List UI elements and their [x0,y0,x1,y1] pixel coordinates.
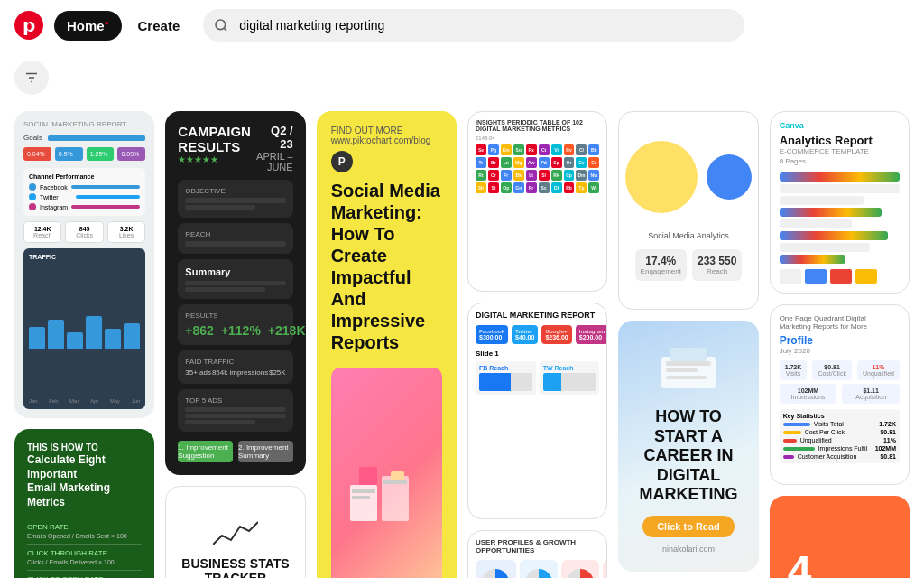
profile-date: July 2020 [780,347,900,355]
campaign-traffic: PAID TRAFFIC 35+ ads854k impressions$25K [178,350,292,384]
email-card-title: THIS IS HOW TOCalculate Eight ImportantE… [27,442,142,509]
gp-profile: Google+ [561,560,599,578]
svg-rect-16 [666,368,698,372]
metric-ctor: CLICK TO OPEN RATE Clicks / Emails Opene… [27,571,142,578]
pin-social-blob[interactable]: Social Media Analytics 17.4% Engagement … [618,111,758,310]
blob-blue [707,154,752,200]
nav-home[interactable]: Home● [54,11,122,41]
social-blob-label: Social Media Analytics [648,231,729,240]
pin-analytics-report[interactable]: Canva Analytics Report E-COMMERCE TEMPLA… [770,111,910,294]
user-profiles-title: USER PROFILES & GROWTH OPPORTUNITIES [476,538,599,555]
masonry-grid: SOCIAL MARKETING REPORT Goals 0.04% 0.5%… [0,104,924,578]
canva-logo: Canva [780,121,900,130]
pin-social-media-report[interactable]: SOCIAL MARKETING REPORT Goals 0.04% 0.5%… [14,111,154,418]
nav-create[interactable]: Create [125,11,193,41]
filter-bar [0,51,924,104]
svg-rect-15 [666,361,711,366]
search-bar [203,9,744,42]
pin-user-profiles[interactable]: USER PROFILES & GROWTH OPPORTUNITIES Fac… [467,530,607,578]
dm-instagram: Instagram$200.00 [576,325,608,344]
profile-name: Profile [780,334,900,347]
main-content: SOCIAL MARKETING REPORT Goals 0.04% 0.5%… [0,104,924,578]
campaign-reach: REACH [178,223,292,254]
metric-open-rate: OPEN RATE Emails Opened / Emails Sent × … [27,518,142,545]
campaign-results: RESULTS +862 +112% +218K [178,304,292,345]
search-icon [214,18,228,33]
svg-rect-10 [352,496,370,499]
home-dot: ● [105,19,109,27]
blob-yellow [625,141,698,213]
pin-email-metrics[interactable]: THIS IS HOW TOCalculate Eight ImportantE… [14,429,154,578]
profile-card-header: One Page Quadrant Digital Marketing Repo… [780,314,900,331]
campaign-objective: OBJECTIVE [178,180,292,218]
profile-stats-row: 1.72K Visits $0.81 Cost/Click 11% Unqual… [780,360,900,380]
search-input[interactable] [203,9,744,42]
campaign-bottom: 1. Improvement Suggestion 2. Improvement… [178,441,292,462]
pi-profile: Pinterest [603,560,608,578]
svg-point-0 [216,20,226,30]
pin-periodic-table[interactable]: INSIGHTS PERIODIC TABLE OF 102 DIGITAL M… [467,111,607,292]
dm-report-title: DIGITAL MARKETING REPORT [476,311,599,320]
nav-links: Home● Create [54,11,192,41]
pin-social-media-marketing[interactable]: FIND OUT MOREwww.piktochart.com/blog P S… [317,111,457,578]
campaign-summary: Summary [178,259,292,299]
pin-dm-report[interactable]: DIGITAL MARKETING REPORT Facebook$300.00… [467,303,607,519]
piktochart-logo: FIND OUT MOREwww.piktochart.com/blog [331,126,442,145]
business-title: BUSINESS STATS TRACKER [180,556,290,579]
svg-rect-14 [670,348,707,361]
analytics-pages: 8 Pages [780,157,900,165]
campaign-header: CAMPAIGN RESULTS ★★★★★ Q2 / 23 APRIL – J… [178,124,292,172]
periodic-title: INSIGHTS PERIODIC TABLE OF 102 DIGITAL M… [476,119,599,132]
social-media-isometric [331,368,442,578]
pin-campaign[interactable]: CAMPAIGN RESULTS ★★★★★ Q2 / 23 APRIL – J… [165,111,305,475]
dm-twitter: Twitter$40.00 [512,325,538,344]
digital-number: 4 [788,550,892,578]
metric-ctr: CLICK THROUGH RATE Clicks / Emails Deliv… [27,545,142,571]
svg-rect-11 [383,480,407,484]
svg-rect-8 [391,471,404,480]
header: 𝗽 Home● Create [0,0,924,51]
career-illustration [652,339,725,396]
fb-profile: Facebook [476,560,516,578]
dm-google: Google+$236.00 [541,325,571,344]
career-site-url: ninakolari.com [662,545,715,554]
filter-button[interactable] [14,61,49,95]
svg-rect-17 [666,376,707,379]
pin-business-stats[interactable]: BUSINESS STATS TRACKER BEST FOR: Social … [165,486,305,578]
campaign-top5: TOP 5 ADS [178,389,292,432]
pin-digital-big[interactable]: 4 DIGITAL MARKET [770,496,910,578]
social-media-title: Social Media Marketing: How To Create Im… [331,180,442,353]
analytics-subtitle: E-COMMERCE TEMPLATE [780,147,900,155]
analytics-title: Analytics Report [780,134,900,147]
career-cta-btn[interactable]: Click to Read [642,516,735,537]
pin-career[interactable]: HOW TO START A CAREER IN DIGITAL MARKETI… [618,321,758,572]
pinterest-logo[interactable]: 𝗽 [14,11,43,40]
svg-line-1 [224,28,226,31]
pin-profile-card[interactable]: One Page Quadrant Digital Marketing Repo… [770,304,910,485]
dm-facebook: Facebook$300.00 [476,325,508,344]
svg-rect-9 [352,489,375,493]
tw-profile: Twitter [520,560,558,578]
career-title: HOW TO START A CAREER IN DIGITAL MARKETI… [633,407,744,505]
svg-rect-7 [359,467,377,485]
